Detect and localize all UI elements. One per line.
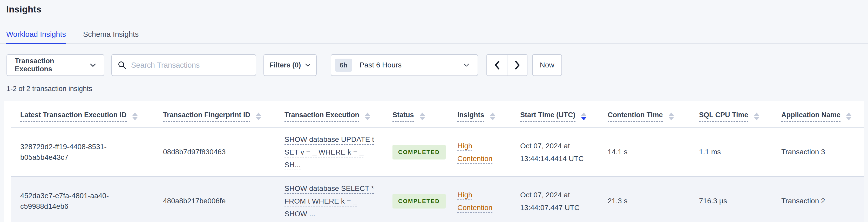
fingerprint-id-cell: 08d8b7d97f830463 xyxy=(154,128,275,177)
column-header-start-time[interactable]: Start Time (UTC) xyxy=(511,101,598,128)
search-box xyxy=(111,54,256,76)
execution-id-cell: 452da3e7-e7fa-4801-aa40-c59988d14eb6 xyxy=(11,177,154,222)
sql-cpu-time-cell: 1.1 ms xyxy=(690,128,772,177)
chevron-down-icon xyxy=(90,63,96,67)
tab-schema-insights[interactable]: Schema Insights xyxy=(83,30,138,44)
insights-table-card: Latest Transaction Execution ID Transact… xyxy=(4,101,864,222)
chevron-down-icon xyxy=(305,63,311,67)
column-header-transaction-execution[interactable]: Transaction Execution xyxy=(275,101,383,128)
insights-table: Latest Transaction Execution ID Transact… xyxy=(11,101,864,222)
high-contention-link[interactable]: High Contention xyxy=(457,189,507,214)
sort-icon xyxy=(490,113,495,120)
table-header-row: Latest Transaction Execution ID Transact… xyxy=(11,101,864,128)
column-header-transaction-fingerprint-id[interactable]: Transaction Fingerprint ID xyxy=(154,101,275,128)
prev-time-button[interactable] xyxy=(487,55,507,75)
high-contention-link[interactable]: High Contention xyxy=(457,139,507,165)
table-row: 328729d2-ff19-4408-8531-b05a5b4e43c7 08d… xyxy=(11,128,864,177)
tab-workload-insights[interactable]: Workload Insights xyxy=(6,30,66,44)
execution-id-cell: 328729d2-ff19-4408-8531-b05a5b4e43c7 xyxy=(11,128,154,177)
search-input[interactable] xyxy=(131,61,250,69)
transaction-execution-link[interactable]: SHOW database UPDATE t SET v = _ WHERE k… xyxy=(284,133,379,171)
status-badge: COMPLETED xyxy=(393,145,446,160)
sort-icon xyxy=(256,113,261,120)
now-button[interactable]: Now xyxy=(532,54,562,76)
column-header-insights[interactable]: Insights xyxy=(448,101,511,128)
sort-icon xyxy=(669,113,674,120)
chevron-left-icon xyxy=(494,60,500,70)
sort-icon xyxy=(581,113,586,120)
start-time-cell: Oct 07, 2024 at 13:44:14.4414 UTC xyxy=(511,128,598,177)
contention-time-cell: 14.1 s xyxy=(598,128,690,177)
column-header-status[interactable]: Status xyxy=(383,101,448,128)
contention-time-cell: 21.3 s xyxy=(598,177,690,222)
results-summary: 1-2 of 2 transaction insights xyxy=(6,85,868,93)
toolbar-divider xyxy=(324,54,324,76)
column-header-application-name[interactable]: Application Name xyxy=(772,101,864,128)
time-range-label: Past 6 Hours xyxy=(360,61,402,69)
sort-icon xyxy=(420,113,425,120)
transaction-execution-cell: SHOW database SELECT * FROM t WHERE k = … xyxy=(275,177,383,222)
application-name-cell: Transaction 3 xyxy=(772,128,864,177)
table-row: 452da3e7-e7fa-4801-aa40-c59988d14eb6 480… xyxy=(11,177,864,222)
page-title: Insights xyxy=(6,4,868,14)
sort-icon xyxy=(132,113,137,120)
search-icon xyxy=(118,61,126,69)
transaction-type-dropdown-label: Transaction Executions xyxy=(15,57,90,73)
filters-button[interactable]: Filters (0) xyxy=(264,54,317,76)
filters-button-label: Filters (0) xyxy=(270,61,301,69)
status-cell: COMPLETED xyxy=(383,128,448,177)
sort-icon xyxy=(365,113,370,120)
fingerprint-id-cell: 480a8b217be006fe xyxy=(154,177,275,222)
column-header-contention-time[interactable]: Contention Time xyxy=(598,101,690,128)
next-time-button[interactable] xyxy=(507,55,527,75)
status-badge: COMPLETED xyxy=(393,194,446,209)
insights-cell: High Contention xyxy=(448,177,511,222)
chevron-down-icon xyxy=(464,63,469,67)
chevron-right-icon xyxy=(514,60,521,70)
start-time-cell: Oct 07, 2024 at 13:44:07.447 UTC xyxy=(511,177,598,222)
transaction-execution-link[interactable]: SHOW database SELECT * FROM t WHERE k = … xyxy=(284,182,379,220)
time-preset-badge: 6h xyxy=(335,59,352,72)
insights-cell: High Contention xyxy=(448,128,511,177)
transaction-type-dropdown[interactable]: Transaction Executions xyxy=(6,54,104,76)
time-range-picker[interactable]: 6h Past 6 Hours xyxy=(331,54,478,76)
sort-icon xyxy=(846,113,851,120)
tab-bar: Workload Insights Schema Insights xyxy=(0,30,868,44)
status-cell: COMPLETED xyxy=(383,177,448,222)
transaction-execution-cell: SHOW database UPDATE t SET v = _ WHERE k… xyxy=(275,128,383,177)
column-header-latest-transaction-execution-id[interactable]: Latest Transaction Execution ID xyxy=(11,101,154,128)
toolbar: Transaction Executions Filters (0) 6h Pa… xyxy=(6,54,862,76)
column-header-sql-cpu-time[interactable]: SQL CPU Time xyxy=(690,101,772,128)
application-name-cell: Transaction 2 xyxy=(772,177,864,222)
time-nav-group xyxy=(487,54,527,76)
sql-cpu-time-cell: 716.3 µs xyxy=(690,177,772,222)
sort-icon xyxy=(754,113,759,120)
